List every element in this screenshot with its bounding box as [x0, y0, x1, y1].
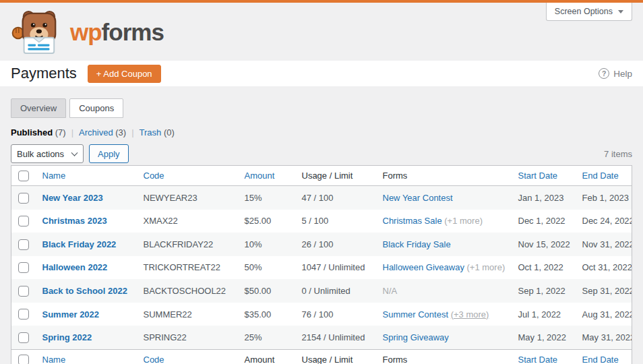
coupon-start-date: Jan 1, 2023 [518, 193, 564, 203]
coupon-code: SUMMER22 [144, 309, 192, 320]
column-footer-usage-limit: Usage / Limit [302, 355, 353, 364]
coupon-name-link[interactable]: Back to School 2022 [42, 286, 127, 296]
coupon-code: SPRING22 [144, 332, 187, 342]
table-row: Summer 2022SUMMER22$35.0076 / 100Summer … [11, 303, 632, 326]
coupons-table-head: NameCodeAmountUsage / LimitFormsStart Da… [11, 166, 632, 186]
coupon-name-link[interactable]: Christmas 2023 [42, 216, 107, 226]
coupon-start-date: Jul 1, 2022 [518, 309, 561, 320]
coupon-usage: 0 / Unlimited [302, 286, 350, 296]
more-forms-link: (+1 more) [467, 262, 506, 272]
column-footer-code[interactable]: Code [144, 355, 164, 364]
coupon-amount: 15% [245, 193, 262, 203]
status-filter-links: Published (7) | Archived (3) | Trash (0) [11, 127, 632, 138]
form-link[interactable]: Spring Giveaway [383, 332, 449, 342]
form-link[interactable]: Black Friday Sale [383, 239, 451, 249]
screen-options-button[interactable]: Screen Options [546, 3, 632, 21]
filter-trash-label[interactable]: Trash [140, 127, 162, 138]
table-row: Back to School 2022BACKTOSCHOOL22$50.000… [11, 279, 632, 303]
filter-published-count: (7) [55, 127, 66, 138]
bulk-actions-select[interactable]: Bulk actions [11, 144, 84, 163]
table-row: New Year 2023NEWYEAR2315%47 / 100New Yea… [11, 186, 632, 210]
column-footer-amount: Amount [245, 355, 275, 364]
column-header-amount[interactable]: Amount [245, 171, 275, 181]
filter-separator: | [71, 127, 73, 138]
coupon-code: TRICKORTREAT22 [144, 262, 220, 272]
coupon-usage: 47 / 100 [302, 193, 334, 203]
coupon-amount: $25.00 [245, 216, 272, 226]
coupon-end-date: Oct 31, 2022 [582, 262, 632, 272]
coupon-amount: $35.00 [245, 309, 272, 320]
column-footer-name[interactable]: Name [42, 355, 66, 364]
row-checkbox[interactable] [18, 239, 29, 250]
filter-trash[interactable]: Trash (0) [140, 127, 175, 138]
table-row: Spring 2022SPRING2225%2154 / UnlimitedSp… [11, 326, 632, 349]
chevron-down-icon [618, 10, 623, 13]
row-checkbox[interactable] [18, 262, 29, 273]
help-link[interactable]: ? Help [599, 68, 632, 79]
column-header-name[interactable]: Name [42, 171, 66, 181]
coupons-table-body: New Year 2023NEWYEAR2315%47 / 100New Yea… [11, 186, 632, 350]
wpforms-wordmark: wpforms [70, 20, 164, 44]
coupon-end-date: Aug 31, 2022 [582, 309, 632, 320]
coupon-code: XMAX22 [144, 216, 178, 226]
coupon-name-link[interactable]: Black Friday 2022 [42, 239, 117, 249]
column-footer-start-date[interactable]: Start Date [518, 355, 558, 364]
column-header-usage-limit: Usage / Limit [302, 171, 353, 181]
form-not-available: N/A [383, 286, 398, 296]
form-link[interactable]: Christmas Sale [383, 216, 442, 226]
more-forms-link[interactable]: (+3 more) [451, 309, 489, 320]
coupon-end-date: Dec 24, 2022 [582, 216, 632, 226]
column-header-forms: Forms [383, 171, 408, 181]
coupon-amount: $50.00 [245, 286, 272, 296]
filter-published-label: Published [11, 127, 53, 138]
coupon-code: BLACKFRIDAY22 [144, 239, 214, 249]
filter-archived-count: (3) [115, 127, 126, 138]
page-header: Payments + Add Coupon ? Help [0, 61, 643, 86]
coupon-start-date: Dec 1, 2022 [518, 216, 565, 226]
help-label: Help [613, 69, 632, 79]
column-header-code[interactable]: Code [144, 171, 164, 181]
row-checkbox[interactable] [18, 193, 29, 204]
filter-published[interactable]: Published (7) [11, 127, 66, 138]
coupon-name-link[interactable]: New Year 2023 [42, 193, 103, 203]
filter-archived[interactable]: Archived (3) [79, 127, 126, 138]
coupon-amount: 25% [245, 332, 262, 342]
form-link[interactable]: New Year Contest [383, 193, 453, 203]
column-header-end-date[interactable]: End Date [582, 171, 619, 181]
coupon-usage: 2154 / Unlimited [302, 332, 365, 342]
form-link[interactable]: Halloween Giveaway [383, 262, 464, 272]
select-all-checkbox[interactable] [18, 355, 29, 364]
coupon-name-link[interactable]: Spring 2022 [42, 332, 92, 342]
column-footer-row: NameCodeAmountUsage / LimitFormsStart Da… [11, 349, 632, 364]
row-checkbox[interactable] [18, 332, 29, 343]
form-link[interactable]: Summer Contest [383, 309, 449, 320]
coupon-amount: 50% [245, 262, 262, 272]
add-coupon-button[interactable]: + Add Coupon [88, 65, 161, 83]
coupons-table-foot: NameCodeAmountUsage / LimitFormsStart Da… [11, 349, 632, 364]
column-footer-end-date[interactable]: End Date [582, 355, 619, 364]
table-row: Christmas 2023XMAX22$25.005 / 100Christm… [11, 210, 632, 233]
tab-overview[interactable]: Overview [11, 98, 66, 118]
row-checkbox[interactable] [18, 216, 29, 226]
filter-archived-label[interactable]: Archived [79, 127, 113, 138]
coupon-name-link[interactable]: Halloween 2022 [42, 262, 108, 272]
column-header-start-date[interactable]: Start Date [518, 171, 558, 181]
content-area: Overview Coupons Published (7) | Archive… [0, 86, 643, 364]
help-question-icon: ? [599, 68, 609, 79]
row-checkbox[interactable] [18, 309, 29, 320]
coupon-end-date: Nov 31, 2022 [582, 239, 632, 249]
filter-trash-count: (0) [164, 127, 175, 138]
column-footer-forms: Forms [383, 355, 408, 364]
column-header-row: NameCodeAmountUsage / LimitFormsStart Da… [11, 166, 632, 186]
tab-coupons[interactable]: Coupons [69, 98, 123, 118]
screen-options-label: Screen Options [555, 7, 613, 16]
coupon-amount: 10% [245, 239, 262, 249]
row-checkbox[interactable] [18, 286, 29, 297]
coupon-name-link[interactable]: Summer 2022 [42, 309, 100, 320]
table-row: Black Friday 2022BLACKFRIDAY2210%26 / 10… [11, 233, 632, 256]
wordmark-forms: forms [102, 19, 164, 45]
filter-separator: | [131, 127, 133, 138]
coupon-start-date: Nov 15, 2022 [518, 239, 570, 249]
apply-button[interactable]: Apply [89, 144, 129, 163]
select-all-checkbox[interactable] [18, 171, 29, 181]
